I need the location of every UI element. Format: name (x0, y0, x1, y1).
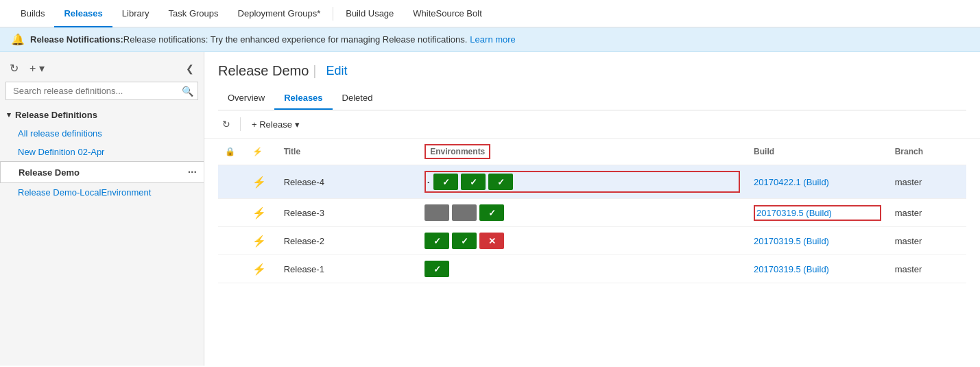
chevron-icon: ▾ (7, 110, 11, 119)
content-header: Release Demo | Edit Overview Releases De… (204, 52, 980, 110)
releases-toolbar: ↻ + Release ▾ (204, 110, 980, 139)
main-layout: ↻ + ▾ ❮ 🔍 ▾ Release Definitions All rele… (0, 52, 980, 366)
build-link[interactable]: 20170319.5 (Build) (756, 208, 832, 218)
tab-deleted[interactable]: Deleted (333, 87, 383, 110)
trigger-icon: ⚡ (252, 235, 266, 247)
col-header-environments: Environments (418, 139, 747, 165)
env-badge-2[interactable]: ✕ (479, 233, 504, 249)
table-row[interactable]: ⚡Release-2✓✓✕20170319.5 (Build)master (218, 227, 966, 255)
nav-build-usage[interactable]: Build Usage (336, 0, 403, 27)
lock-icon: 🔒 (225, 147, 235, 156)
nav-task-groups[interactable]: Task Groups (159, 0, 228, 27)
table-row[interactable]: ⚡Release-1✓20170319.5 (Build)master (218, 255, 966, 283)
trigger-icon: ⚡ (252, 147, 263, 156)
sidebar-item-release-demo[interactable]: Release Demo ··· (0, 161, 204, 183)
sidebar-item-new-def[interactable]: New Definition 02-Apr (0, 143, 204, 161)
sidebar-section-header[interactable]: ▾ Release Definitions (0, 106, 204, 124)
content-area: Release Demo | Edit Overview Releases De… (204, 52, 980, 366)
dot-indicator: • (427, 179, 429, 185)
notification-bar: 🔔 Release Notifications: Release notific… (0, 27, 980, 52)
sidebar-item-release-demo-label: Release Demo (19, 167, 80, 178)
environments-cell: •✓✓✓ (418, 165, 747, 199)
env-badge-1[interactable] (452, 204, 477, 221)
search-icon: 🔍 (182, 86, 193, 97)
env-badge-0[interactable]: ✓ (425, 261, 449, 277)
search-box: 🔍 (5, 82, 198, 100)
build-cell: 20170422.1 (Build) (747, 165, 888, 199)
content-tabs: Overview Releases Deleted (218, 87, 966, 110)
nav-builds[interactable]: Builds (11, 0, 54, 27)
trigger-icon: ⚡ (252, 176, 266, 188)
env-badge-0[interactable]: ✓ (433, 174, 458, 190)
env-badge-1[interactable]: ✓ (461, 174, 486, 190)
nav-whitesource-bolt[interactable]: WhiteSource Bolt (403, 0, 491, 27)
tab-releases[interactable]: Releases (274, 87, 332, 110)
col-header-lock: 🔒 (218, 139, 246, 165)
dropdown-icon: ▾ (295, 119, 300, 130)
sidebar-item-all[interactable]: All release definitions (0, 124, 204, 143)
sidebar-section-label: Release Definitions (15, 110, 97, 120)
trigger-cell: ⚡ (246, 199, 277, 227)
environments-cell: ✓✓✕ (418, 227, 747, 255)
title-cell: Release-4 (277, 165, 418, 199)
env-badge-1[interactable]: ✓ (452, 233, 477, 249)
sidebar-item-new-def-label: New Definition 02-Apr (18, 147, 104, 157)
build-highlighted-wrapper: 20170319.5 (Build) (754, 205, 881, 221)
title-cell: Release-3 (277, 199, 418, 227)
nav-library[interactable]: Library (112, 0, 159, 27)
release-label: + Release (252, 119, 292, 130)
learn-more-link[interactable]: Learn more (470, 34, 515, 45)
trigger-icon: ⚡ (252, 263, 266, 275)
environments-cell: ✓ (418, 255, 747, 283)
env-badge-0[interactable] (425, 204, 449, 221)
page-title: Release Demo (218, 63, 309, 79)
nav-separator (333, 7, 333, 21)
more-options-button[interactable]: ··· (185, 166, 200, 178)
edit-link[interactable]: Edit (326, 64, 348, 78)
col-header-title: Title (277, 139, 418, 165)
branch-cell: master (888, 165, 966, 199)
refresh-releases-button[interactable]: ↻ (218, 116, 235, 132)
tab-overview[interactable]: Overview (218, 87, 274, 110)
sidebar: ↻ + ▾ ❮ 🔍 ▾ Release Definitions All rele… (0, 52, 204, 366)
table-row[interactable]: ⚡Release-4•✓✓✓20170422.1 (Build)master (218, 165, 966, 199)
collapse-button[interactable]: ❮ (183, 62, 197, 75)
lock-cell (218, 165, 246, 199)
env-badges-container: •✓✓✓ (427, 174, 737, 190)
env-badge-0[interactable]: ✓ (425, 233, 449, 249)
build-link[interactable]: 20170422.1 (Build) (754, 177, 829, 187)
branch-cell: master (888, 255, 966, 283)
notification-icon: 🔔 (11, 33, 25, 46)
env-badge-2[interactable]: ✓ (488, 174, 513, 190)
releases-table: 🔒 ⚡ Title Environments Build Branch (204, 139, 980, 366)
nav-deployment-groups[interactable]: Deployment Groups* (228, 0, 331, 27)
col-header-build: Build (747, 139, 888, 165)
build-link[interactable]: 20170319.5 (Build) (754, 236, 829, 246)
releases-list: 🔒 ⚡ Title Environments Build Branch (218, 139, 966, 283)
notification-text: Release notifications: Try the enhanced … (123, 34, 468, 45)
env-badge-2[interactable]: ✓ (479, 204, 504, 221)
branch-cell: master (888, 199, 966, 227)
sidebar-item-release-demo-local-label: Release Demo-LocalEnvironment (18, 187, 151, 198)
env-badges-container: ✓✓✕ (425, 233, 740, 249)
sidebar-item-release-demo-local[interactable]: Release Demo-LocalEnvironment (0, 183, 204, 202)
build-link[interactable]: 20170319.5 (Build) (754, 264, 829, 274)
add-button[interactable]: + ▾ (27, 60, 47, 76)
table-row[interactable]: ⚡Release-3✓20170319.5 (Build)master (218, 199, 966, 227)
col-header-trigger: ⚡ (246, 139, 277, 165)
environments-header-box: Environments (425, 144, 490, 159)
top-nav: Builds Releases Library Task Groups Depl… (0, 0, 980, 27)
branch-cell: master (888, 227, 966, 255)
create-release-button[interactable]: + Release ▾ (246, 117, 305, 132)
trigger-cell: ⚡ (246, 165, 277, 199)
nav-releases[interactable]: Releases (54, 0, 112, 27)
refresh-button[interactable]: ↻ (7, 60, 21, 76)
env-badges-container: ✓ (425, 204, 740, 221)
title-separator: | (313, 63, 316, 79)
toolbar-separator (240, 117, 241, 131)
title-cell: Release-2 (277, 227, 418, 255)
search-input[interactable] (10, 82, 182, 99)
build-cell: 20170319.5 (Build) (747, 255, 888, 283)
notification-bold: Release Notifications: (30, 34, 123, 45)
content-title: Release Demo | Edit (218, 63, 966, 79)
